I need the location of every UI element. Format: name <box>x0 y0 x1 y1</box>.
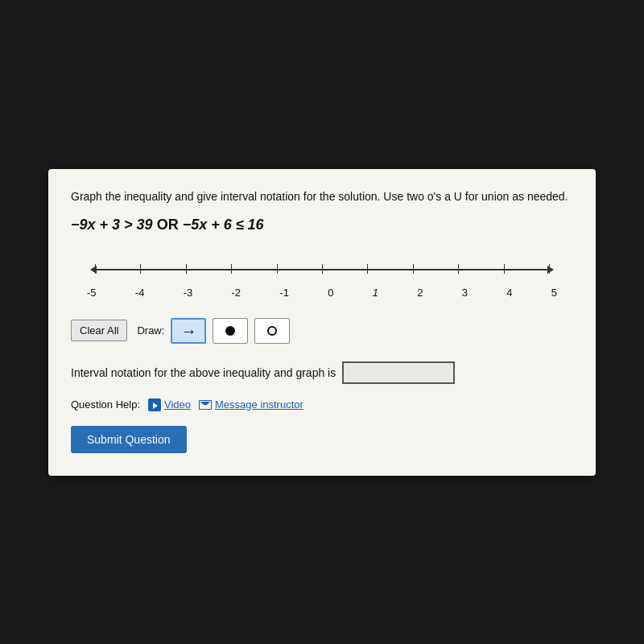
number-line-container: -5 -4 -3 -2 -1 0 1 2 3 4 5 <box>71 248 573 305</box>
arrow-tool[interactable]: → <box>171 318 206 344</box>
tick-minus4 <box>140 264 141 274</box>
interval-label: Interval notation for the above inequali… <box>71 366 336 379</box>
tick-1 <box>367 264 368 274</box>
tick-minus2 <box>231 264 232 274</box>
label-5: 5 <box>551 287 557 299</box>
submit-question-button[interactable]: Submit Question <box>71 426 187 453</box>
label-minus5: -5 <box>87 287 97 299</box>
tick-3 <box>458 264 459 274</box>
main-card: Graph the inequality and give interval n… <box>48 169 596 476</box>
label-4: 4 <box>506 287 512 299</box>
message-label: Message instructor <box>215 398 303 411</box>
number-line-labels: -5 -4 -3 -2 -1 0 1 2 3 4 5 <box>87 287 557 299</box>
label-3: 3 <box>462 287 468 299</box>
label-minus2: -2 <box>231 287 241 299</box>
video-link[interactable]: Video <box>148 398 191 411</box>
filled-dot-tool[interactable] <box>213 318 248 344</box>
clear-all-button[interactable]: Clear All <box>71 320 127 341</box>
label-minus1: -1 <box>279 287 289 299</box>
message-instructor-link[interactable]: Message instructor <box>199 398 303 411</box>
controls-row: Clear All Draw: → <box>71 318 573 344</box>
instructions-text: Graph the inequality and give interval n… <box>71 188 573 205</box>
label-0: 0 <box>328 287 333 299</box>
label-1: 1 <box>373 287 378 299</box>
filled-dot-icon <box>225 326 235 336</box>
interval-notation-row: Interval notation for the above inequali… <box>71 361 573 384</box>
inequality-or: OR <box>157 217 183 233</box>
tick-4 <box>504 264 505 274</box>
tick-minus5 <box>95 264 96 274</box>
tick-minus1 <box>277 264 278 274</box>
video-label: Video <box>164 398 191 411</box>
inequality-part1: −9x + 3 > 39 <box>71 217 153 233</box>
tick-5 <box>549 264 550 274</box>
tick-0 <box>322 264 323 274</box>
inequality-display: −9x + 3 > 39 OR −5x + 6 ≤ 16 <box>71 217 573 233</box>
play-icon <box>148 398 161 411</box>
open-dot-tool[interactable] <box>254 318 290 344</box>
interval-input[interactable] <box>342 361 455 384</box>
draw-label: Draw: <box>137 324 164 336</box>
tick-2 <box>413 264 414 274</box>
label-2: 2 <box>417 287 423 299</box>
label-minus3: -3 <box>184 287 193 299</box>
tick-minus3 <box>186 264 187 274</box>
mail-icon <box>199 400 212 410</box>
arrow-icon: → <box>180 323 196 339</box>
number-line[interactable] <box>95 254 549 283</box>
inequality-part2: −5x + 6 ≤ 16 <box>183 217 264 233</box>
open-dot-icon <box>267 326 277 336</box>
question-help-label: Question Help: <box>71 398 140 411</box>
label-minus4: -4 <box>135 287 145 299</box>
question-help-row: Question Help: Video Message instructor <box>71 398 573 411</box>
